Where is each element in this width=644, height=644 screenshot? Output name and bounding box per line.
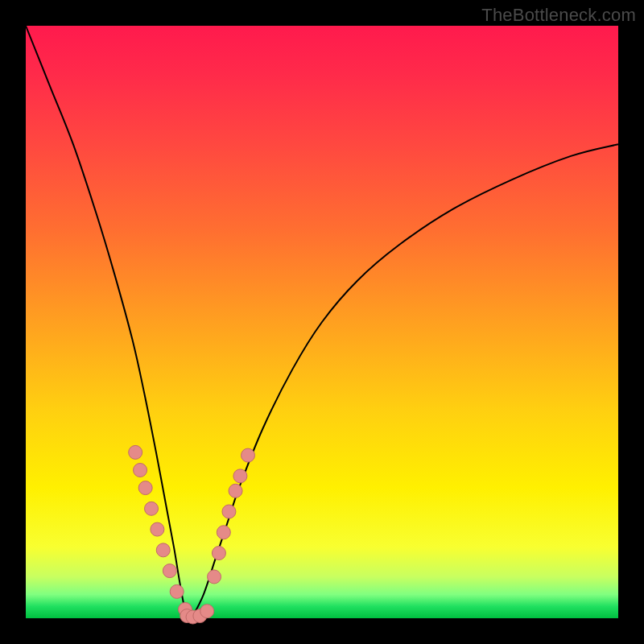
data-dot — [222, 505, 236, 518]
data-dot — [156, 543, 170, 557]
data-dot — [242, 448, 255, 462]
data-dot — [229, 484, 242, 497]
data-dot — [217, 526, 230, 539]
data-dot — [170, 584, 184, 598]
data-dot — [208, 570, 221, 584]
watermark-text: TheBottleneck.com — [481, 5, 636, 26]
data-dot — [212, 547, 225, 560]
data-dot — [200, 605, 214, 618]
data-dots — [129, 445, 255, 624]
plot-area — [26, 26, 618, 618]
data-dot — [163, 564, 176, 578]
data-dot — [134, 464, 147, 477]
data-dot — [151, 522, 164, 536]
data-dot — [138, 481, 152, 495]
curve-right-branch — [192, 144, 618, 618]
chart-svg — [26, 26, 618, 618]
chart-frame: TheBottleneck.com — [0, 0, 644, 644]
curve-left-branch — [26, 26, 192, 618]
data-dot — [145, 502, 159, 515]
data-dot — [129, 445, 142, 459]
data-dot — [233, 469, 247, 483]
